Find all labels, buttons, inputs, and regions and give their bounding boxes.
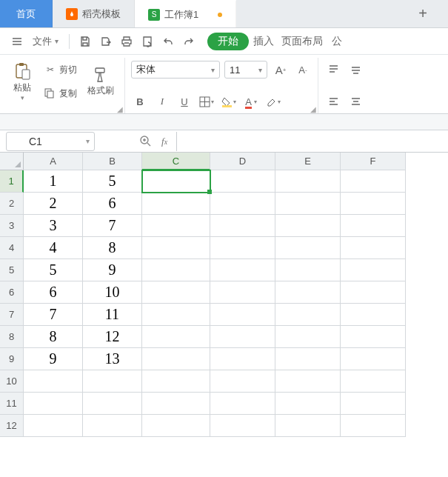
cell-E6[interactable] [275,281,341,304]
cell-E10[interactable] [275,370,341,393]
italic-icon[interactable]: I [153,93,171,110]
cell-D8[interactable] [210,326,275,348]
decrease-font-icon[interactable]: A- [294,61,312,79]
cell-A8[interactable]: 8 [24,326,83,348]
clear-format-icon[interactable]: ▾ [264,93,282,110]
cell-B4[interactable]: 8 [83,237,142,259]
font-name-select[interactable]: 宋体 ▾ [131,61,220,79]
name-box[interactable]: C1 ▾ [6,132,95,151]
cell-C11[interactable] [142,393,210,415]
cell-F9[interactable] [341,348,406,370]
save-as-icon[interactable] [96,32,116,51]
cell-C5[interactable] [142,259,210,281]
cell-B9[interactable]: 13 [83,348,142,370]
cell-E7[interactable] [275,304,341,326]
borders-icon[interactable]: ▾ [198,93,215,110]
dialog-launcher-icon[interactable]: ◢ [310,105,316,113]
cell-D11[interactable] [210,393,275,415]
cell-E2[interactable] [275,193,341,215]
row-header[interactable]: 4 [0,237,24,259]
dialog-launcher-icon[interactable]: ◢ [117,105,123,113]
cell-E9[interactable] [275,348,341,370]
cell-B5[interactable]: 9 [83,259,142,281]
cell-F12[interactable] [341,415,406,437]
col-header-D[interactable]: D [210,153,275,170]
cell-B12[interactable] [83,415,142,437]
new-tab-button[interactable]: + [411,5,435,22]
cell-F10[interactable] [341,370,406,393]
row-header[interactable]: 12 [0,415,24,437]
ribbon-tab-formula[interactable]: 公 [327,32,347,51]
col-header-F[interactable]: F [341,153,406,170]
cell-E8[interactable] [275,326,341,348]
row-header[interactable]: 8 [0,326,24,348]
row-header[interactable]: 1 [0,170,24,193]
cell-A2[interactable]: 2 [24,193,83,215]
cell-B8[interactable]: 12 [83,326,142,348]
cell-E3[interactable] [275,215,341,237]
cell-A6[interactable]: 6 [24,281,83,304]
cell-B2[interactable]: 6 [83,193,142,215]
cell-E12[interactable] [275,415,341,437]
align-left-icon[interactable] [324,93,342,110]
row-header[interactable]: 5 [0,259,24,281]
print-icon[interactable] [117,32,136,51]
col-header-E[interactable]: E [275,153,341,170]
row-header[interactable]: 10 [0,370,24,393]
col-header-B[interactable]: B [83,153,142,170]
cell-D10[interactable] [210,370,275,393]
cell-D1[interactable] [210,170,275,193]
save-icon[interactable] [76,32,95,51]
row-header[interactable]: 2 [0,193,24,215]
col-header-C[interactable]: C [142,153,210,170]
font-size-select[interactable]: 11 ▾ [224,61,267,79]
format-painter-button[interactable]: 格式刷 [83,58,118,105]
cell-A3[interactable]: 3 [24,215,83,237]
file-menu[interactable]: 文件 ▾ [28,32,63,51]
undo-icon[interactable] [158,32,178,51]
cell-F2[interactable] [341,193,406,215]
cut-button[interactable]: ✂ 剪切 [41,62,80,78]
fill-color-icon[interactable]: ▾ [220,93,238,110]
cell-F6[interactable] [341,281,406,304]
cell-B7[interactable]: 11 [83,304,142,326]
cell-D9[interactable] [210,348,275,370]
cell-B6[interactable]: 10 [83,281,142,304]
cell-C3[interactable] [142,215,210,237]
ribbon-tab-start[interactable]: 开始 [207,33,249,50]
paste-button[interactable]: 粘贴 ▾ [6,58,39,105]
cell-A7[interactable]: 7 [24,304,83,326]
cell-D7[interactable] [210,304,275,326]
cell-C12[interactable] [142,415,210,437]
select-all-corner[interactable] [0,153,24,170]
cell-C2[interactable] [142,193,210,215]
print-preview-icon[interactable] [138,32,157,51]
cell-A4[interactable]: 4 [24,237,83,259]
cell-D3[interactable] [210,215,275,237]
cell-F5[interactable] [341,259,406,281]
cell-D5[interactable] [210,259,275,281]
ribbon-tab-insert[interactable]: 插入 [250,32,277,51]
row-header[interactable]: 6 [0,281,24,304]
align-top-icon[interactable] [324,61,342,79]
col-header-A[interactable]: A [24,153,83,170]
cell-F11[interactable] [341,393,406,415]
cell-F1[interactable] [341,170,406,193]
cell-D4[interactable] [210,237,275,259]
cell-C7[interactable] [142,304,210,326]
cell-B10[interactable] [83,370,142,393]
row-header[interactable]: 9 [0,348,24,370]
row-header[interactable]: 11 [0,393,24,415]
cell-E4[interactable] [275,237,341,259]
increase-font-icon[interactable]: A+ [272,61,290,79]
cell-C9[interactable] [142,348,210,370]
tab-home[interactable]: 首页 [0,0,53,27]
ribbon-tab-layout[interactable]: 页面布局 [278,32,326,51]
cell-A5[interactable]: 5 [24,259,83,281]
cell-A10[interactable] [24,370,83,393]
cell-E5[interactable] [275,259,341,281]
copy-button[interactable]: 复制 [41,86,80,101]
cell-B11[interactable] [83,393,142,415]
cell-F8[interactable] [341,326,406,348]
cell-E11[interactable] [275,393,341,415]
